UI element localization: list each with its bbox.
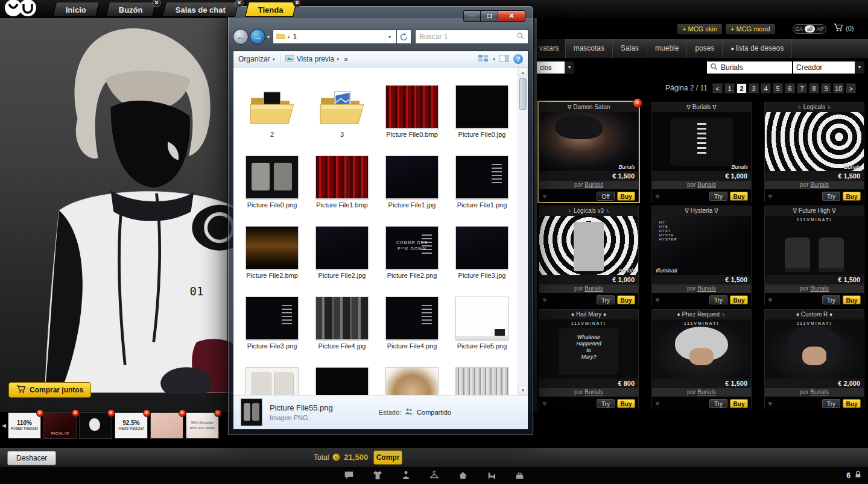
creator-link[interactable]: Burials <box>810 181 829 188</box>
file-item[interactable]: COMME DESF**K DOWNPicture File2.png <box>377 211 447 281</box>
scroll-up-icon[interactable]: ▲ <box>518 68 528 77</box>
shop-nav-mueble[interactable]: mueble <box>647 39 687 58</box>
try-button[interactable]: Try <box>597 399 615 408</box>
avatar-icon[interactable] <box>401 470 411 480</box>
product-card[interactable]: ∇ Damon SatanBurials€ 1,500por Burials♥O… <box>539 102 639 202</box>
creator-link[interactable]: Burials <box>697 181 716 188</box>
tab-close-icon[interactable]: × <box>293 0 301 7</box>
file-item[interactable]: Picture File1.png <box>447 140 517 211</box>
product-card[interactable]: ♦ Hail Mary ♦111VMINATIWhateverHappenedt… <box>539 309 639 409</box>
wishlist-heart-icon[interactable]: ♥ <box>768 192 773 201</box>
file-item[interactable] <box>377 352 447 395</box>
creator-link[interactable]: Burials <box>584 181 603 188</box>
preview-pane-icon[interactable] <box>499 54 509 64</box>
address-bar[interactable]: ▸ 1 ▾ <box>273 30 397 44</box>
owned-item-thumb[interactable]: × <box>79 412 112 439</box>
file-item[interactable]: Picture File2.jpg <box>307 211 377 281</box>
cart-button[interactable]: (0) <box>834 23 854 33</box>
strip-scroll-left-icon[interactable]: ◀ <box>0 423 8 429</box>
page-9[interactable]: 9 <box>821 83 831 93</box>
mcg-skin-button[interactable]: + MCG skin <box>677 24 723 35</box>
rating-toggle[interactable]: GA all AP <box>793 24 826 34</box>
chat-bubble-icon[interactable] <box>344 470 354 480</box>
buy-button[interactable]: Buy <box>617 295 635 304</box>
tab-salas-de-chat[interactable]: Salas de chat× <box>162 2 239 17</box>
address-crumb[interactable]: 1 <box>293 33 297 41</box>
buy-button[interactable]: Buy <box>617 399 635 408</box>
try-button[interactable]: Try <box>709 295 727 304</box>
furniture-icon[interactable] <box>486 471 496 480</box>
rating-ga[interactable]: GA <box>795 26 803 32</box>
window-maximize-button[interactable] <box>481 10 498 22</box>
file-item[interactable]: 2 <box>237 70 307 140</box>
creator-link[interactable]: Burials <box>584 285 603 292</box>
creator-link[interactable]: Burials <box>810 389 829 395</box>
product-card[interactable]: ♄ Logicals ♄Burials€ 1,500por Burials♥Tr… <box>764 102 864 202</box>
refresh-button[interactable] <box>397 30 411 44</box>
page-1[interactable]: 1 <box>724 83 735 93</box>
bag-icon[interactable] <box>515 471 525 480</box>
try-button[interactable]: Try <box>822 192 840 201</box>
preview-menu[interactable]: Vista previa▾ <box>285 54 340 64</box>
buy-together-button[interactable]: Comprar juntos <box>8 382 91 398</box>
file-item[interactable]: Picture File4.png <box>377 281 447 352</box>
buy-button[interactable]: Buy <box>730 399 748 408</box>
buy-button[interactable]: Buy <box>843 192 861 201</box>
creator-dropdown[interactable]: Creador ▾ <box>793 61 864 74</box>
product-card[interactable]: ∇ Burials ∇Burials€ 1,000por Burials♥Try… <box>651 102 752 202</box>
history-dropdown-icon[interactable]: ▾ <box>267 34 270 40</box>
home-icon[interactable] <box>458 471 468 480</box>
remove-item-icon[interactable]: × <box>143 409 151 417</box>
file-item[interactable]: Picture File0.png <box>237 140 307 211</box>
file-item[interactable]: Picture File1.jpg <box>377 140 447 211</box>
shop-nav-salas[interactable]: Salas <box>613 39 647 58</box>
file-item[interactable]: Picture File4.jpg <box>307 281 377 352</box>
window-close-button[interactable]: ✕ <box>498 10 525 22</box>
buy-button[interactable]: Buy <box>730 295 748 304</box>
product-card[interactable]: ∇ Future High ∇111VMINATI€ 1,500por Buri… <box>764 206 864 306</box>
rating-all[interactable]: all <box>805 25 815 33</box>
imvu-logo[interactable] <box>2 0 52 20</box>
file-item[interactable] <box>237 352 307 395</box>
shop-nav-poses[interactable]: poses <box>687 39 723 58</box>
scrollbar[interactable]: ▲ ▼ <box>518 68 528 395</box>
owned-item-thumb[interactable]: × <box>150 412 183 439</box>
explorer-search-input[interactable]: Buscar 1 <box>415 30 528 44</box>
try-button[interactable]: Try <box>709 192 727 201</box>
page-4[interactable]: 4 <box>761 83 771 93</box>
shop-nav-vatars[interactable]: vatars <box>537 39 566 58</box>
creator-link[interactable]: Burials <box>697 285 716 292</box>
mcg-mood-button[interactable]: + MCG mood <box>725 24 776 35</box>
tab-inicio[interactable]: Inicio <box>52 2 100 17</box>
tab-close-icon[interactable]: × <box>235 0 243 7</box>
file-item[interactable]: Picture File5.png <box>447 281 517 352</box>
wishlist-heart-icon[interactable]: ♥ <box>655 399 660 408</box>
back-button[interactable]: ← <box>233 29 249 45</box>
remove-product-icon[interactable]: × <box>633 98 642 108</box>
page-next[interactable]: > <box>846 83 856 93</box>
organize-menu[interactable]: Organizar▾ <box>238 55 275 63</box>
scroll-down-icon[interactable]: ▼ <box>518 385 528 395</box>
remove-item-icon[interactable]: × <box>179 409 186 417</box>
remove-item-icon[interactable]: × <box>72 409 80 417</box>
buy-button[interactable]: Buy <box>843 295 861 304</box>
buy-button[interactable]: Buy <box>617 192 635 201</box>
file-item[interactable]: Picture File1.bmp <box>307 140 377 211</box>
page-prev[interactable]: < <box>712 83 723 93</box>
owned-item-thumb[interactable]: ×92.5%Hand Resizer <box>115 412 148 439</box>
page-8[interactable]: 8 <box>809 83 819 93</box>
shop-search-input[interactable]: Burials <box>707 61 792 74</box>
wishlist-heart-icon[interactable]: ♥ <box>542 399 547 408</box>
toolbar-overflow[interactable]: » <box>344 55 348 63</box>
forward-button[interactable]: → <box>250 29 265 45</box>
undo-button[interactable]: Deshacer <box>7 451 56 465</box>
tab-tienda[interactable]: Tienda× <box>245 2 297 17</box>
remove-item-icon[interactable]: × <box>214 409 222 417</box>
file-item[interactable]: 3 <box>307 70 377 140</box>
wishlist-heart-icon[interactable]: ♥ <box>768 295 773 304</box>
owned-item-thumb[interactable]: ×FACIAL V2 <box>43 412 77 439</box>
wishlist-heart-icon[interactable]: ♥ <box>542 295 547 304</box>
tab-buz-n[interactable]: Buzón× <box>106 2 156 17</box>
creator-link[interactable]: Burials <box>584 389 603 395</box>
chevron-down-icon[interactable]: ▾ <box>385 30 393 43</box>
